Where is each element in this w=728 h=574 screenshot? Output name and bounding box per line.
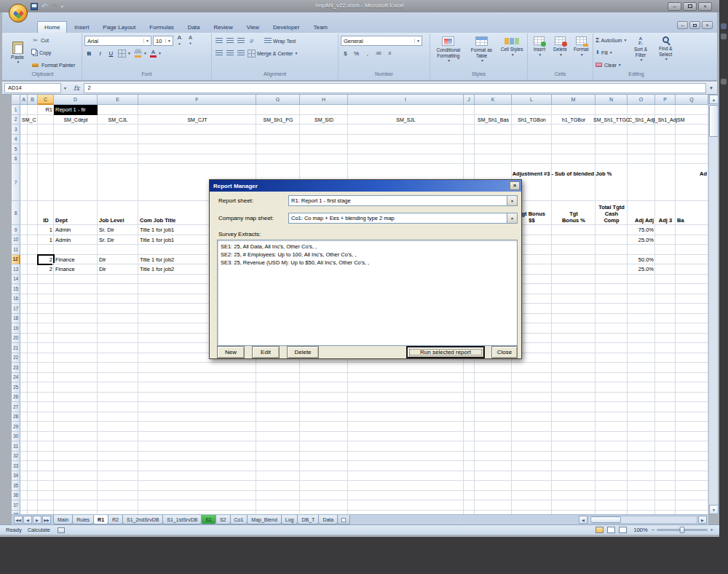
first-sheet-icon[interactable]: ◀◀ xyxy=(14,516,23,524)
cell-A2[interactable]: SM_C xyxy=(20,115,28,125)
cell-K2[interactable]: SM_Sh1_Bas xyxy=(475,115,512,125)
normal-view-icon[interactable] xyxy=(596,527,604,533)
column-header-J[interactable]: J xyxy=(464,95,475,105)
undo-icon[interactable]: ↶ xyxy=(41,3,47,10)
cell-M2[interactable]: h1_TGBor xyxy=(552,115,596,125)
cell-Q7[interactable]: Ad xyxy=(676,164,708,201)
grow-font-button[interactable]: A▲ xyxy=(175,36,184,46)
page-break-view-icon[interactable] xyxy=(619,527,627,533)
workbook-minimize-button[interactable]: – xyxy=(677,21,688,29)
column-header-N[interactable]: N xyxy=(596,95,628,105)
row-header-32[interactable]: 32 xyxy=(12,452,20,462)
sheet-tab-data[interactable]: Data xyxy=(318,515,338,524)
sheet-tab-r2[interactable]: R2 xyxy=(108,515,123,524)
sheet-tab-rules[interactable]: Rules xyxy=(72,515,94,524)
delete-button[interactable]: Delete xyxy=(287,346,319,358)
close-dialog-button[interactable]: Close xyxy=(491,346,518,358)
row-header-28[interactable]: 28 xyxy=(12,412,20,422)
name-box-dropdown-icon[interactable]: ▼ xyxy=(61,86,69,90)
column-header-M[interactable]: M xyxy=(552,95,596,105)
column-header-C[interactable]: C xyxy=(38,95,54,105)
column-header-K[interactable]: K xyxy=(475,95,512,105)
increase-decimal-button[interactable]: .00 xyxy=(373,49,383,58)
cell-D8[interactable]: Dept xyxy=(54,201,98,225)
dialog-title-bar[interactable]: Report Manager × xyxy=(210,180,521,192)
insert-worksheet-tab[interactable] xyxy=(337,515,350,524)
row-header-15[interactable]: 15 xyxy=(12,284,20,294)
macro-record-icon[interactable] xyxy=(58,527,65,533)
page-layout-view-icon[interactable] xyxy=(607,527,615,533)
cell-E2[interactable]: SM_CJL xyxy=(98,115,138,125)
decrease-decimal-button[interactable]: .0 xyxy=(384,49,394,58)
font-size-combo[interactable]: 10▼ xyxy=(153,36,173,46)
next-sheet-icon[interactable]: ▶ xyxy=(33,516,41,524)
ribbon-tab-insert[interactable]: Insert xyxy=(68,22,95,33)
align-left-button[interactable] xyxy=(214,49,223,58)
row-header-21[interactable]: 21 xyxy=(12,343,20,353)
sheet-tab-s1[interactable]: S1 xyxy=(201,515,216,524)
ribbon-tab-developer[interactable]: Developer xyxy=(266,22,306,33)
survey-extract-item[interactable]: SE1: 25, All Data, All Inc's, Other Co's… xyxy=(221,243,514,251)
cell-E13[interactable]: Dir xyxy=(98,264,138,275)
save-icon[interactable] xyxy=(31,3,38,10)
borders-button[interactable]: ▼ xyxy=(117,49,132,58)
formula-input[interactable]: 2 xyxy=(84,83,706,93)
cell-L2[interactable]: Sh1_TGBon xyxy=(512,115,552,125)
column-header-G[interactable]: G xyxy=(256,95,300,105)
row-header-19[interactable]: 19 xyxy=(12,323,20,334)
minimize-button[interactable]: – xyxy=(668,2,681,11)
cell-O10[interactable]: 25.0% xyxy=(628,235,655,245)
row-header-5[interactable]: 5 xyxy=(12,144,20,154)
wrap-text-button[interactable]: Wrap Text xyxy=(264,36,296,46)
row-header-37[interactable]: 37 xyxy=(12,500,20,511)
number-format-combo[interactable]: General▼ xyxy=(341,36,422,46)
report-sheet-combo[interactable]: R1: Report 1 - first stage ▼ xyxy=(288,195,518,206)
format-cells-button[interactable]: Format▼ xyxy=(571,35,590,70)
ribbon-tab-review[interactable]: Review xyxy=(207,22,240,33)
column-header-E[interactable]: E xyxy=(98,95,138,105)
horizontal-scroll-track[interactable] xyxy=(588,516,697,524)
sheet-tab-s1_1stsrvdb[interactable]: S1_1stSrvDB xyxy=(162,515,202,524)
cell-D9[interactable]: Admin xyxy=(54,225,98,235)
row-header-11[interactable]: 11 xyxy=(12,245,20,255)
row-header-10[interactable]: 10 xyxy=(12,235,20,245)
conditional-formatting-button[interactable]: Conditional Formatting▼ xyxy=(432,35,464,70)
name-box[interactable]: AD14 xyxy=(4,83,61,93)
cell-E12[interactable]: Dir xyxy=(98,255,138,265)
cell-O12[interactable]: 50.0% xyxy=(628,255,655,265)
ribbon-tab-team[interactable]: Team xyxy=(306,22,334,33)
align-middle-button[interactable] xyxy=(225,36,234,46)
column-header-D[interactable]: D xyxy=(54,95,98,105)
row-header-26[interactable]: 26 xyxy=(12,393,20,403)
cell-O9[interactable]: 75.0% xyxy=(628,225,655,235)
row-header-17[interactable]: 17 xyxy=(12,304,20,314)
row-header-3[interactable]: 3 xyxy=(12,125,20,135)
cell-O13[interactable]: 25.0% xyxy=(628,264,655,275)
cell-E10[interactable]: Sr. Dir xyxy=(98,235,138,245)
zoom-slider[interactable]: − + xyxy=(652,527,713,533)
sheet-tab-map_blend[interactable]: Map_Blend xyxy=(247,515,281,524)
workbook-restore-button[interactable] xyxy=(689,21,700,29)
sort-filter-button[interactable]: AZ↓ Sort & Filter▼ xyxy=(629,35,652,70)
scroll-left-icon[interactable]: ◀ xyxy=(579,516,587,524)
row-header-27[interactable]: 27 xyxy=(12,402,20,412)
cell-D1[interactable]: Report 1 - fir xyxy=(54,105,98,115)
column-header-H[interactable]: H xyxy=(300,95,348,105)
row-header-7[interactable]: 7 xyxy=(12,164,20,201)
cell-Q2[interactable]: SM xyxy=(676,115,708,125)
format-as-table-button[interactable]: Format as Table▼ xyxy=(467,35,497,70)
row-header-9[interactable]: 9 xyxy=(12,225,20,235)
cell-C8[interactable]: ID xyxy=(38,201,54,225)
office-button[interactable] xyxy=(9,4,28,23)
vertical-scroll-thumb[interactable] xyxy=(709,105,719,137)
column-header-P[interactable]: P xyxy=(655,95,676,105)
dialog-close-icon[interactable]: × xyxy=(510,181,520,190)
comma-style-button[interactable]: , xyxy=(363,49,372,58)
format-painter-button[interactable]: Format Painter xyxy=(31,60,79,69)
cell-P2[interactable]: I_Sh1_Adj xyxy=(655,115,676,125)
insert-cells-button[interactable]: Insert▼ xyxy=(530,35,549,70)
survey-extract-item[interactable]: SE2: 25, # Employees: Up to 100, All Inc… xyxy=(221,251,514,259)
column-header-B[interactable]: B xyxy=(28,95,38,105)
fill-button[interactable]: ⬇Fill▼ xyxy=(596,48,627,57)
ribbon-tab-data[interactable]: Data xyxy=(181,22,207,33)
